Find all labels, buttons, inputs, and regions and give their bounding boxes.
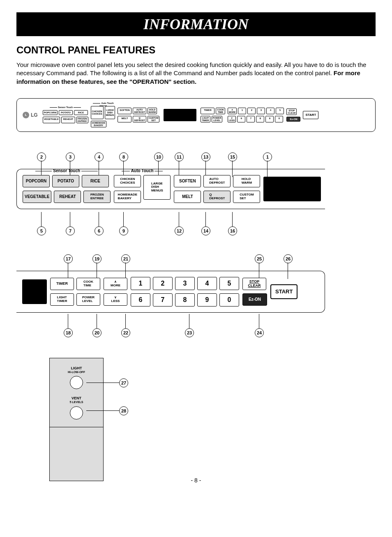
ov-more: ∧MORE <box>228 108 237 114</box>
detail-section-1: 2 3 4 8 10 11 13 15 1 Sensor Touch POPCO… <box>16 152 376 234</box>
callout-8: 8 <box>119 152 128 161</box>
btn-homemade-bakery[interactable]: HOMEMADEBAKERY <box>114 191 141 203</box>
vent-knob[interactable] <box>70 406 83 419</box>
btn-num-0[interactable]: 0 <box>219 293 239 307</box>
ov-autodef: AUTODEFROST <box>133 108 146 114</box>
ov-holdwarm: HOLDWARM <box>148 108 157 114</box>
btn-num-2[interactable]: 2 <box>153 277 173 290</box>
callout-15: 15 <box>228 152 237 161</box>
btn-large-dish-menus[interactable]: LARGEDISHMENUS <box>143 175 171 200</box>
btn-num-6[interactable]: 6 <box>131 293 150 307</box>
callout-3: 3 <box>66 152 75 161</box>
callout-4: 4 <box>95 152 104 161</box>
detail-section-2: 17 19 21 25 26 TIMER COOKTIME LIGHTTIMER… <box>16 254 376 337</box>
light-sub: HI-LOW-OFF <box>50 371 103 374</box>
btn-custom-set[interactable]: CUSTOMSET <box>233 191 260 203</box>
ov-n1: 1 <box>238 108 246 114</box>
ov-ezon: Ez-ON <box>286 117 300 122</box>
btn-less[interactable]: ∨LESS <box>104 293 127 306</box>
ov-cooktime: COOKTIME <box>216 108 225 114</box>
callout-14: 14 <box>201 226 210 235</box>
btn-light-timer[interactable]: LIGHTTIMER <box>50 293 74 306</box>
lg-logo: L LG <box>23 112 38 118</box>
vent-sub: 5 LEVELS <box>50 401 103 404</box>
callout-11: 11 <box>175 152 184 161</box>
btn-more[interactable]: ∧MORE <box>104 278 127 290</box>
ov-frozen: FROZENENTREE <box>76 117 88 123</box>
ov-n4: 4 <box>266 108 274 114</box>
ov-auto-label: Auto Touch <box>91 102 115 107</box>
btn-auto-defrost[interactable]: AUTODEFROST <box>203 175 231 187</box>
ov-n7: 7 <box>247 116 255 122</box>
btn-potato[interactable]: POTATO <box>52 175 79 187</box>
sensor-touch-label: Sensor Touch <box>23 168 111 173</box>
knob-panel: LIGHT HI-LOW-OFF VENT 5 LEVELS <box>49 358 104 481</box>
btn-melt[interactable]: MELT <box>174 191 201 203</box>
callout-16: 16 <box>228 226 237 235</box>
btn-soften[interactable]: SOFTEN <box>174 175 201 187</box>
ov-n3: 3 <box>257 108 265 114</box>
btn-stop-clear[interactable]: STOPCLEAR <box>242 278 266 290</box>
btn-num-7[interactable]: 7 <box>153 293 173 307</box>
ov-start: START <box>303 111 318 119</box>
btn-num-5[interactable]: 5 <box>219 277 239 290</box>
lg-logo-text: LG <box>31 112 38 118</box>
callout-27: 27 <box>119 378 128 387</box>
callout-25: 25 <box>255 254 264 263</box>
btn-q-defrost[interactable]: QDEFROST <box>203 191 231 203</box>
callout-18: 18 <box>64 328 73 337</box>
btn-timer[interactable]: TIMER <box>50 278 74 290</box>
callout-23: 23 <box>185 328 194 337</box>
btn-num-8[interactable]: 8 <box>175 293 195 307</box>
btn-num-3[interactable]: 3 <box>175 277 195 290</box>
btn-rice[interactable]: RICE <box>82 175 109 187</box>
callout-5: 5 <box>37 226 46 235</box>
btn-num-1[interactable]: 1 <box>131 277 150 290</box>
section-header: INFORMATION <box>16 12 376 36</box>
ov-potato: POTATO <box>59 110 73 115</box>
callout-28: 28 <box>119 406 128 415</box>
ov-n9: 9 <box>265 116 274 122</box>
btn-vegetable[interactable]: VEGETABLE <box>23 191 51 203</box>
ov-stop: STOPCLEAR <box>286 108 297 115</box>
ov-power: POWERLEVEL <box>212 116 223 122</box>
callout-10: 10 <box>154 152 163 161</box>
ov-n5: 5 <box>276 108 284 114</box>
ov-less: ∨LESS <box>228 116 236 122</box>
page-title: CONTROL PANEL FEATURES <box>16 44 376 56</box>
ov-melt: MELT <box>118 116 131 122</box>
ov-display <box>164 109 196 121</box>
overview-panel: L LG Sensor Touch POPCORN POTATO RICE VE… <box>16 98 376 132</box>
btn-hold-warm[interactable]: HOLDWARM <box>233 175 260 187</box>
vent-label: VENT <box>50 396 103 401</box>
btn-cook-time[interactable]: COOKTIME <box>76 278 100 290</box>
callout-17: 17 <box>64 254 73 263</box>
ov-popcorn: POPCORN <box>43 110 58 115</box>
light-knob[interactable] <box>70 376 83 389</box>
btn-num-9[interactable]: 9 <box>197 293 217 307</box>
ov-qdef: QDEFROST <box>133 116 146 122</box>
callout-19: 19 <box>92 254 101 263</box>
btn-power-level[interactable]: POWERLEVEL <box>76 293 100 306</box>
btn-num-4[interactable]: 4 <box>197 277 217 290</box>
btn-chicken-choices[interactable]: CHICKENCHOICES <box>114 175 141 187</box>
callout-13: 13 <box>201 152 210 161</box>
callout-2: 2 <box>37 152 46 161</box>
callout-12: 12 <box>175 226 184 235</box>
btn-reheat[interactable]: REHEAT <box>54 191 81 203</box>
callout-1: 1 <box>263 152 272 161</box>
auto-touch-label: Auto Touch <box>114 168 171 173</box>
callout-9: 9 <box>119 226 128 235</box>
btn-start[interactable]: START <box>270 284 297 299</box>
ov-reheat: REHEAT <box>61 117 75 123</box>
ov-bakery: HOMEMADEBAKERY <box>91 121 107 127</box>
btn-frozen-entree[interactable]: FROZENENTREE <box>83 191 111 203</box>
btn-popcorn[interactable]: POPCORN <box>23 175 50 187</box>
callout-26: 26 <box>284 254 293 263</box>
ov-vegetable: VEGETABLE <box>43 117 60 123</box>
callout-21: 21 <box>121 254 130 263</box>
btn-ez-on[interactable]: Ez-ON <box>242 293 267 306</box>
callout-22: 22 <box>121 328 130 337</box>
callout-20: 20 <box>92 328 101 337</box>
light-label: LIGHT <box>50 366 103 371</box>
